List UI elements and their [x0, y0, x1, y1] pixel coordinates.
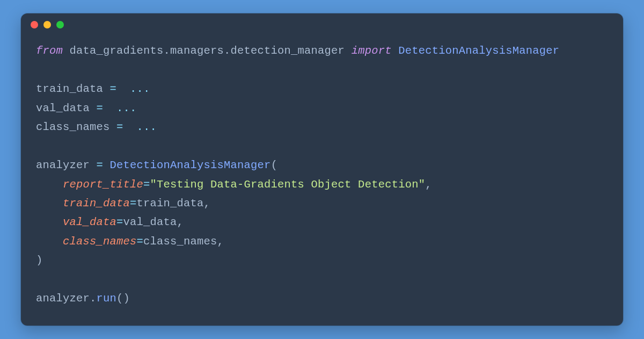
code-window: from data_gradients.managers.detection_m…	[21, 13, 623, 325]
argument-value: train_data	[137, 197, 204, 210]
argument-value: val_data	[123, 216, 177, 228]
parens: ()	[116, 292, 130, 305]
variable: train_data	[36, 83, 103, 95]
module-path: data_gradients.managers.detection_manage…	[70, 45, 345, 57]
dot: .	[90, 292, 97, 305]
param-name: val_data	[63, 216, 116, 228]
imported-class: DetectionAnalysisManager	[398, 45, 559, 57]
operator-assign: =	[143, 178, 150, 191]
operator-assign: =	[116, 121, 123, 133]
maximize-icon[interactable]	[56, 21, 64, 28]
paren-open: (	[271, 159, 278, 171]
variable: class_names	[36, 121, 110, 133]
ellipsis: ...	[116, 102, 137, 114]
operator-assign: =	[137, 235, 144, 248]
param-name: class_names	[63, 235, 137, 248]
variable: val_data	[36, 102, 90, 114]
argument-value: class_names	[143, 235, 217, 248]
close-icon[interactable]	[31, 21, 38, 28]
param-name: report_title	[63, 178, 143, 191]
variable: analyzer	[36, 159, 90, 171]
param-name: train_data	[63, 197, 130, 210]
ellipsis: ...	[137, 121, 157, 133]
comma: ,	[425, 178, 432, 191]
operator-assign: =	[97, 159, 104, 171]
code-block: from data_gradients.managers.detection_m…	[21, 36, 623, 325]
comma: ,	[204, 197, 211, 210]
comma: ,	[177, 216, 184, 228]
method-call: run	[97, 292, 117, 305]
comma: ,	[217, 235, 224, 248]
keyword-from: from	[36, 45, 63, 57]
keyword-import: import	[352, 45, 392, 57]
operator-assign: =	[97, 102, 104, 114]
string-literal: "Testing Data-Gradients Object Detection…	[150, 178, 426, 191]
operator-assign: =	[116, 216, 123, 228]
minimize-icon[interactable]	[43, 21, 51, 28]
window-titlebar	[21, 13, 623, 36]
variable: analyzer	[36, 292, 90, 305]
ellipsis: ...	[130, 83, 150, 95]
paren-close: )	[36, 254, 43, 266]
class-call: DetectionAnalysisManager	[110, 159, 271, 171]
operator-assign: =	[130, 197, 137, 210]
operator-assign: =	[110, 83, 117, 95]
